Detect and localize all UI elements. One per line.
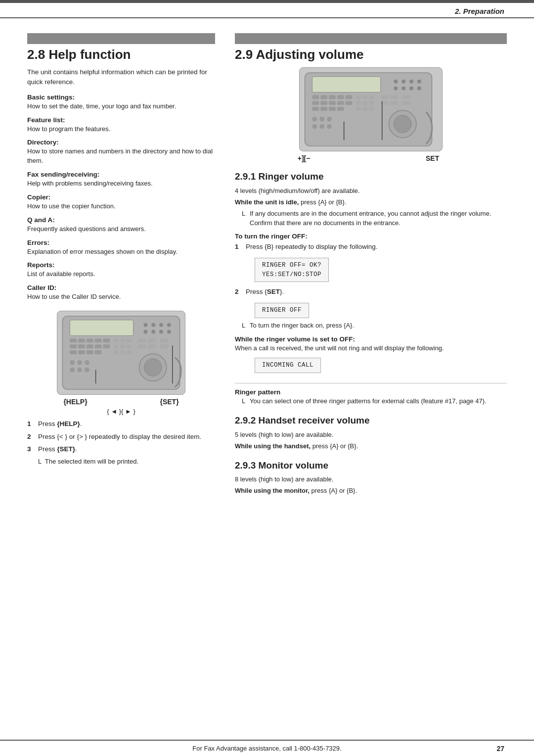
header-row: 2. Preparation — [0, 3, 534, 18]
right-column: 2.9 Adjusting volume — [235, 33, 507, 498]
svg-point-44 — [70, 368, 75, 373]
svg-rect-13 — [95, 338, 102, 342]
svg-rect-25 — [120, 338, 125, 342]
svg-rect-14 — [103, 338, 110, 342]
svg-point-52 — [401, 80, 405, 84]
svg-rect-11 — [78, 338, 85, 342]
ringer-pattern-heading: Ringer pattern — [235, 388, 507, 396]
svg-rect-75 — [369, 95, 374, 99]
svg-point-93 — [312, 124, 317, 129]
svg-rect-26 — [127, 338, 132, 342]
svg-rect-28 — [120, 344, 125, 348]
svg-rect-34 — [148, 338, 156, 342]
callerid-label: Caller ID: — [27, 284, 215, 291]
svg-rect-60 — [320, 95, 327, 99]
adjusting-device-image — [299, 67, 443, 151]
svg-rect-50 — [312, 77, 380, 93]
svg-rect-73 — [356, 95, 361, 99]
step-2: 2 Press {< } or {> } repeatedly to displ… — [27, 432, 215, 442]
right-section-bar — [235, 33, 507, 44]
feature-list-label: Feature list: — [27, 116, 215, 124]
svg-point-55 — [394, 87, 398, 91]
ringer-idle-note: While the unit is idle, press {A} or {B}… — [235, 198, 507, 207]
svg-rect-64 — [312, 101, 319, 105]
svg-point-45 — [77, 368, 82, 373]
svg-rect-23 — [95, 350, 102, 354]
svg-point-92 — [327, 117, 332, 122]
svg-point-6 — [143, 330, 147, 334]
ringer-pattern-body: L You can select one of three ringer pat… — [242, 397, 507, 406]
svg-rect-21 — [78, 350, 85, 354]
lcd-ringer-off-ok: RINGER OFF= OK? YES:SET/NO:STOP — [255, 258, 329, 283]
svg-point-9 — [167, 330, 171, 334]
footer: For Fax Advantage assistance, call 1-800… — [0, 740, 534, 756]
callerid-body: How to use the Caller ID service. — [27, 292, 215, 302]
help-subsections: Basic settings: How to set the date, tim… — [27, 94, 215, 302]
reports-label: Reports: — [27, 261, 215, 269]
svg-point-43 — [85, 360, 89, 365]
svg-rect-24 — [114, 338, 119, 342]
svg-rect-32 — [127, 350, 132, 354]
svg-rect-68 — [346, 101, 353, 105]
ringer-l-bullet: L If any documents are in the document e… — [242, 209, 507, 228]
svg-rect-37 — [148, 344, 156, 348]
divider-1 — [235, 383, 507, 383]
fax-body: Help with problems sending/receiving fax… — [27, 179, 215, 189]
left-column: 2.8 Help function The unit contains help… — [27, 33, 215, 498]
ringer-step-2: 2 Press {SET}. — [235, 287, 507, 297]
svg-rect-74 — [362, 95, 367, 99]
svg-rect-15 — [70, 344, 77, 348]
chapter-title: 2. Preparation — [455, 7, 504, 15]
right-section-heading: 2.9 Adjusting volume — [235, 47, 507, 62]
svg-rect-36 — [138, 344, 146, 348]
svg-rect-20 — [70, 350, 77, 354]
lcd-ringer-off: RINGER OFF — [255, 303, 309, 318]
svg-rect-70 — [320, 107, 327, 111]
svg-point-4 — [159, 323, 163, 327]
feature-list-body: How to program the features. — [27, 125, 215, 134]
monitor-note: While using the monitor, press {A} or {B… — [235, 486, 507, 496]
svg-rect-61 — [329, 95, 336, 99]
qa-body: Frequently asked questions and answers. — [27, 225, 215, 234]
ringer-volume-title: 2.9.1 Ringer volume — [235, 171, 507, 183]
svg-rect-62 — [337, 95, 344, 99]
svg-rect-17 — [87, 344, 93, 348]
svg-rect-65 — [320, 101, 327, 105]
lcd-incoming-call: INCOMING CALL — [255, 358, 321, 373]
errors-label: Errors: — [27, 239, 215, 246]
basic-settings-label: Basic settings: — [27, 94, 215, 101]
svg-rect-12 — [87, 338, 93, 342]
svg-point-90 — [312, 117, 317, 122]
step-1: 1 Press {HELP}. — [27, 419, 215, 429]
monitor-intro: 8 levels (high to low) are available. — [235, 475, 507, 484]
svg-point-54 — [417, 80, 421, 84]
svg-point-46 — [85, 368, 89, 373]
basic-settings-body: How to set the date, time, your logo and… — [27, 102, 215, 111]
nav-arrows-label: { ◄ }{ ► } — [107, 408, 135, 415]
svg-rect-31 — [120, 350, 125, 354]
svg-rect-29 — [127, 344, 132, 348]
help-device-image — [57, 311, 185, 395]
svg-rect-66 — [329, 101, 336, 105]
left-section-bar — [27, 33, 215, 44]
svg-rect-84 — [402, 95, 410, 99]
handset-volume-title: 2.9.2 Handset receiver volume — [235, 415, 507, 426]
reports-body: List of available reports. — [27, 270, 215, 279]
svg-point-51 — [394, 80, 398, 84]
set-label-left: {SET} — [160, 398, 178, 406]
svg-rect-79 — [356, 107, 361, 111]
svg-point-58 — [417, 87, 421, 91]
svg-rect-19 — [103, 344, 110, 348]
step-3-indent: L The selected item will be printed. — [38, 457, 215, 466]
ringer-step-1: 1 Press {B} repeatedly to display the fo… — [235, 242, 507, 252]
svg-point-57 — [409, 87, 413, 91]
svg-point-5 — [167, 323, 171, 327]
svg-point-91 — [319, 117, 324, 122]
svg-rect-83 — [391, 95, 399, 99]
svg-rect-27 — [114, 344, 119, 348]
svg-rect-10 — [70, 338, 77, 342]
svg-rect-86 — [391, 101, 399, 105]
svg-rect-18 — [95, 344, 102, 348]
svg-point-41 — [70, 360, 75, 365]
main-content: 2.8 Help function The unit contains help… — [0, 18, 534, 527]
